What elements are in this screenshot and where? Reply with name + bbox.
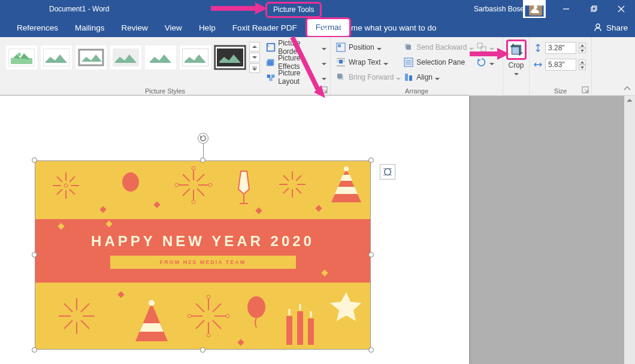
window-controls bbox=[552, 0, 635, 18]
svg-point-8 bbox=[322, 24, 327, 29]
svg-rect-17 bbox=[147, 48, 174, 66]
svg-rect-16 bbox=[113, 48, 139, 66]
style-thumb-6[interactable] bbox=[180, 46, 211, 69]
vertical-scrollbar[interactable] bbox=[624, 96, 635, 364]
svg-rect-15 bbox=[79, 50, 103, 65]
align-icon bbox=[403, 72, 414, 83]
picture-style-gallery[interactable] bbox=[6, 41, 261, 74]
width-up[interactable] bbox=[579, 59, 586, 65]
picture-effects-icon bbox=[266, 57, 276, 68]
bring-forward-label: Bring Forward bbox=[349, 73, 394, 81]
width-spinner[interactable]: 5.83" bbox=[533, 59, 588, 71]
wrap-text-label: Wrap Text bbox=[349, 58, 381, 66]
resize-handle-b[interactable] bbox=[200, 347, 205, 353]
tab-view[interactable]: View bbox=[156, 18, 190, 37]
selection-pane-button[interactable]: Selection Pane bbox=[403, 56, 474, 69]
minimize-button[interactable] bbox=[552, 0, 580, 18]
group-label-picture-styles: Picture Styles bbox=[0, 87, 330, 95]
width-input[interactable]: 5.83" bbox=[545, 59, 576, 71]
resize-handle-r[interactable] bbox=[368, 252, 374, 257]
restore-button[interactable] bbox=[580, 0, 607, 18]
user-name-label: Sarbasish Bose bbox=[474, 5, 524, 13]
position-button[interactable]: Position bbox=[335, 41, 401, 54]
svg-rect-31 bbox=[339, 60, 343, 63]
height-down[interactable] bbox=[579, 48, 586, 53]
resize-handle-tl[interactable] bbox=[32, 157, 37, 163]
size-dialog-launcher[interactable] bbox=[582, 86, 589, 93]
resize-handle-t[interactable] bbox=[200, 157, 205, 163]
group-objects-button[interactable] bbox=[476, 41, 494, 54]
crop-icon bbox=[506, 40, 527, 60]
width-down[interactable] bbox=[579, 65, 586, 70]
height-up[interactable] bbox=[579, 43, 586, 48]
style-thumb-5[interactable] bbox=[145, 46, 176, 69]
height-input[interactable]: 3.28" bbox=[545, 42, 576, 54]
tell-me-search[interactable]: Tell me what you want to do bbox=[320, 23, 437, 32]
picture-layout-icon bbox=[266, 72, 276, 83]
rotation-handle[interactable] bbox=[198, 133, 208, 144]
style-thumb-2[interactable] bbox=[41, 46, 72, 69]
resize-handle-bl[interactable] bbox=[32, 347, 37, 353]
contextual-tab-picture-tools[interactable]: Picture Tools bbox=[265, 2, 322, 18]
layout-options-button[interactable] bbox=[380, 164, 395, 180]
chevron-down-icon bbox=[377, 45, 382, 50]
wrap-text-button[interactable]: Wrap Text bbox=[335, 56, 401, 69]
resize-handle-tr[interactable] bbox=[368, 157, 374, 163]
svg-rect-44 bbox=[405, 74, 408, 81]
rotate-icon bbox=[476, 57, 487, 68]
tab-references[interactable]: References bbox=[8, 18, 66, 37]
chevron-down-icon bbox=[489, 60, 494, 65]
svg-rect-5 bbox=[592, 6, 597, 10]
collapse-ribbon-icon[interactable] bbox=[623, 84, 631, 93]
style-thumb-1[interactable] bbox=[6, 46, 37, 69]
selection-pane-label: Selection Pane bbox=[416, 58, 465, 66]
tab-help[interactable]: Help bbox=[190, 18, 224, 37]
close-button[interactable] bbox=[607, 0, 635, 18]
document-title: Document1 - Word bbox=[49, 5, 109, 13]
height-spinner[interactable]: 3.28" bbox=[533, 42, 588, 54]
chevron-down-icon bbox=[383, 60, 388, 65]
bring-forward-button[interactable]: Bring Forward bbox=[335, 71, 401, 84]
title-bar: Document1 - Word Picture Tools Sarbasish… bbox=[0, 0, 635, 18]
send-backward-button[interactable]: Send Backward bbox=[403, 41, 474, 54]
picture-layout-button[interactable]: Picture Layout bbox=[266, 71, 326, 84]
rotate-button[interactable] bbox=[476, 56, 494, 69]
tab-foxit[interactable]: Foxit Reader PDF bbox=[224, 18, 306, 37]
ribbon: Picture Border Picture Effects Picture L… bbox=[0, 37, 635, 96]
svg-rect-25 bbox=[267, 75, 270, 78]
tab-mailings[interactable]: Mailings bbox=[66, 18, 113, 37]
resize-handle-l[interactable] bbox=[32, 252, 37, 257]
style-thumb-7-selected[interactable] bbox=[214, 46, 246, 69]
width-icon bbox=[533, 60, 543, 69]
picture-styles-dialog-launcher[interactable] bbox=[320, 86, 328, 93]
style-thumb-4[interactable] bbox=[110, 46, 141, 69]
chevron-down-icon[interactable] bbox=[514, 70, 519, 78]
style-thumb-3[interactable] bbox=[75, 46, 107, 69]
group-picture-styles: Picture Border Picture Effects Picture L… bbox=[0, 37, 331, 96]
share-button[interactable]: Share bbox=[593, 23, 628, 32]
align-label: Align bbox=[416, 73, 433, 81]
ribbon-display-options-icon[interactable] bbox=[521, 0, 548, 18]
chevron-down-icon bbox=[322, 60, 326, 65]
align-button[interactable]: Align bbox=[403, 71, 474, 84]
gallery-scroll bbox=[249, 42, 261, 73]
resize-handle-br[interactable] bbox=[368, 347, 374, 353]
tab-review[interactable]: Review bbox=[113, 18, 156, 37]
selected-picture[interactable]: HAPPY NEW YEAR 2020 FROM H2S MEDIA TEAM bbox=[35, 160, 371, 350]
crop-button[interactable]: Crop bbox=[503, 37, 530, 95]
crop-label: Crop bbox=[508, 61, 524, 69]
group-arrange: Position Wrap Text Bring Forward Sen bbox=[331, 37, 503, 96]
chevron-down-icon bbox=[396, 75, 401, 80]
gallery-scroll-down[interactable] bbox=[249, 53, 260, 62]
page[interactable]: HAPPY NEW YEAR 2020 FROM H2S MEDIA TEAM bbox=[0, 96, 469, 364]
scroll-up-icon[interactable] bbox=[624, 96, 635, 105]
picture-border-button[interactable]: Picture Border bbox=[266, 41, 326, 54]
rotation-connector bbox=[203, 144, 204, 158]
document-area: HAPPY NEW YEAR 2020 FROM H2S MEDIA TEAM bbox=[0, 96, 635, 364]
send-backward-icon bbox=[403, 42, 414, 53]
gallery-expand[interactable] bbox=[249, 63, 260, 73]
svg-rect-37 bbox=[337, 74, 342, 78]
picture-effects-button[interactable]: Picture Effects bbox=[266, 56, 326, 69]
chevron-down-icon bbox=[489, 45, 494, 50]
gallery-scroll-up[interactable] bbox=[249, 42, 260, 51]
